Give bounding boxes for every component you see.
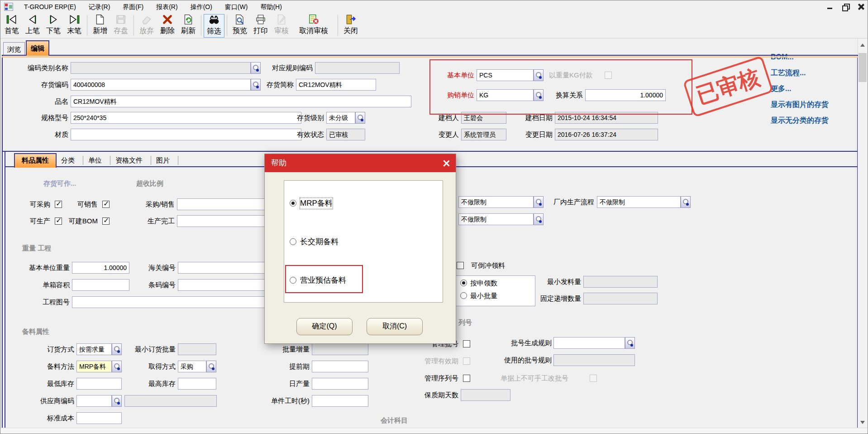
- toolbar-delete-button[interactable]: 删除: [157, 14, 178, 38]
- max-stock-field[interactable]: [178, 378, 216, 390]
- minimize-icon[interactable]: [826, 3, 834, 11]
- toolbar-preview-button[interactable]: 预览: [229, 14, 250, 38]
- option-long-lead-label[interactable]: 长交期备料: [300, 236, 339, 247]
- coding-category-field[interactable]: [71, 62, 251, 74]
- subtab-qualification[interactable]: 资格文件: [115, 154, 143, 166]
- subtab-classification[interactable]: 分类: [61, 154, 75, 166]
- std-cost-field[interactable]: [76, 412, 122, 424]
- scroll-up-button[interactable]: [858, 39, 867, 52]
- option-long-lead-radio[interactable]: [290, 238, 296, 245]
- issue-by-request-radio[interactable]: [460, 280, 467, 286]
- supplier-code-field[interactable]: [76, 395, 112, 407]
- subtab-unit[interactable]: 单位: [88, 154, 102, 166]
- min-stock-field[interactable]: [76, 378, 122, 390]
- item-level-field[interactable]: 未分级: [326, 112, 355, 124]
- spec-model-field[interactable]: 250*240*35: [71, 112, 301, 124]
- can-purchase-checkbox[interactable]: [55, 201, 62, 208]
- lookup-icon[interactable]: [534, 196, 544, 208]
- base-unit-field[interactable]: PCS: [477, 69, 534, 81]
- link-show-with-images[interactable]: 显示有图片的存货: [771, 99, 829, 111]
- link-process-flow[interactable]: 工艺流程...: [771, 67, 806, 79]
- toolbar-last-button[interactable]: 末笔: [64, 14, 85, 38]
- menu-record[interactable]: 记录(R): [82, 0, 116, 13]
- order-mode-field[interactable]: 按需求量: [76, 343, 112, 355]
- pay-by-weight-checkbox: [605, 72, 612, 79]
- subtab-item-properties[interactable]: 料品属性: [14, 153, 57, 168]
- manage-serial-checkbox[interactable]: [463, 375, 470, 382]
- issue-min-batch-radio[interactable]: [460, 292, 467, 299]
- prep-method-field[interactable]: MRP备料: [76, 361, 112, 372]
- lookup-icon[interactable]: [112, 395, 122, 407]
- option-forecast-label[interactable]: 营业预估备料: [300, 275, 346, 286]
- dialog-close-icon[interactable]: [443, 159, 450, 167]
- toolbar-filter-button[interactable]: 筛选: [204, 14, 224, 38]
- toolbar-separator: [227, 15, 227, 36]
- menu-interface[interactable]: 界面(F): [116, 0, 150, 13]
- close-icon[interactable]: [857, 3, 865, 11]
- can-produce-checkbox[interactable]: [55, 217, 62, 225]
- menu-report[interactable]: 报表(R): [150, 0, 184, 13]
- trade-unit-field[interactable]: KG: [477, 89, 534, 101]
- menu-operation[interactable]: 操作(O): [184, 0, 219, 13]
- product-name-field[interactable]: CR12MOV精料: [71, 96, 411, 107]
- ok-button[interactable]: 确定(Q): [296, 318, 353, 335]
- lookup-icon[interactable]: [112, 343, 122, 355]
- lookup-icon[interactable]: [206, 361, 216, 372]
- lookup-icon[interactable]: [355, 112, 365, 124]
- lookup-icon[interactable]: [625, 337, 635, 349]
- option-forecast-radio[interactable]: [290, 277, 296, 284]
- cancel-button[interactable]: 取消(C): [367, 318, 423, 335]
- link-more[interactable]: 更多...: [771, 83, 791, 95]
- option-mrp-radio[interactable]: [290, 200, 296, 207]
- item-code-label: 存货编码: [10, 79, 68, 91]
- menu-help[interactable]: 帮助(H): [254, 0, 288, 13]
- unit-time-field[interactable]: [312, 395, 368, 407]
- toolbar-print-button[interactable]: 打印: [250, 14, 271, 38]
- material-field[interactable]: [71, 129, 301, 140]
- base-weight-field[interactable]: 1.00000: [72, 262, 129, 274]
- factory-flow-field[interactable]: 不做限制: [597, 196, 681, 208]
- backflush-checkbox[interactable]: [457, 262, 464, 269]
- tab-edit[interactable]: 编辑: [26, 40, 49, 56]
- link-show-unclassified[interactable]: 显示无分类的存货: [771, 115, 829, 126]
- horizontal-scrollbar[interactable]: [0, 428, 868, 434]
- menu-tgroup-erp[interactable]: T-GROUP ERP(E): [18, 0, 82, 13]
- limit-field-1[interactable]: 不做限制: [458, 196, 534, 208]
- limit-field-2[interactable]: 不做限制: [458, 213, 534, 225]
- option-mrp-label[interactable]: MRP备料: [300, 198, 333, 209]
- restore-icon[interactable]: [841, 3, 849, 11]
- vertical-scrollbar[interactable]: [858, 39, 867, 429]
- subtab-image[interactable]: 图片: [156, 154, 170, 166]
- batch-rule-field[interactable]: [553, 337, 625, 349]
- help-dialog: 帮助 MRP备料 长交期备料 营业预估备料 确定(Q) 取消(C): [264, 154, 456, 344]
- scrollbar-thumb[interactable]: [858, 53, 867, 82]
- daily-output-label: 日产量: [272, 378, 310, 390]
- rule-code-field[interactable]: [315, 62, 400, 74]
- toolbar-close-button[interactable]: 关闭: [340, 14, 361, 38]
- toolbar-first-button[interactable]: 首笔: [1, 14, 22, 38]
- daily-output-field[interactable]: [312, 378, 368, 390]
- item-code-field[interactable]: 400400008: [71, 79, 251, 91]
- tab-browse[interactable]: 浏览: [3, 42, 25, 56]
- toolbar-new-button[interactable]: 新增: [90, 14, 110, 38]
- acquire-mode-field[interactable]: 采购: [178, 361, 206, 372]
- toolbar-prev-button[interactable]: 上笔: [22, 14, 43, 38]
- lookup-icon[interactable]: [681, 196, 691, 208]
- lookup-icon[interactable]: [534, 213, 544, 225]
- toolbar-cancel-audit-button[interactable]: 取消审核: [292, 14, 335, 38]
- manage-batch-checkbox[interactable]: [463, 340, 470, 347]
- help-dialog-titlebar[interactable]: 帮助: [265, 154, 456, 172]
- box-volume-field[interactable]: [72, 279, 129, 291]
- conversion-field[interactable]: 1.00000: [585, 89, 666, 101]
- item-short-name-field[interactable]: CR12MOV精料: [296, 79, 376, 91]
- unit-highlight-box: [429, 59, 692, 115]
- menu-window[interactable]: 窗口(W): [219, 0, 254, 13]
- toolbar-refresh-button[interactable]: 刷新: [178, 14, 199, 38]
- lookup-icon[interactable]: [534, 69, 544, 81]
- toolbar-next-button[interactable]: 下笔: [43, 14, 64, 38]
- can-bom-checkbox[interactable]: [102, 217, 110, 225]
- scroll-down-button[interactable]: [858, 415, 867, 429]
- can-sell-checkbox[interactable]: [102, 201, 110, 208]
- lookup-icon[interactable]: [112, 361, 122, 372]
- lead-time-field[interactable]: [312, 361, 368, 372]
